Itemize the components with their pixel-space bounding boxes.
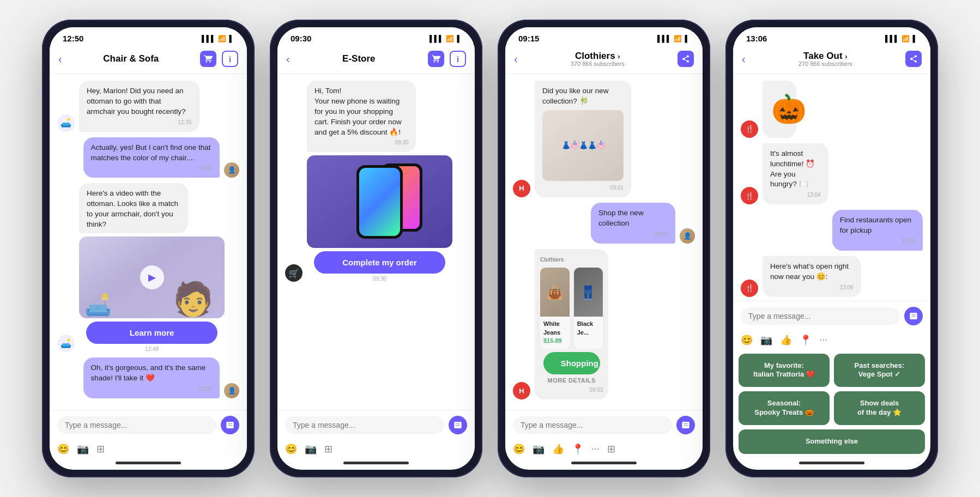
- signal-icon-4: ▌▌▌: [885, 35, 899, 43]
- back-button-2[interactable]: ‹: [286, 53, 290, 65]
- quick-reply-something-else[interactable]: Something else: [739, 429, 925, 454]
- phone-2-wrapper: 09:30 ▌▌▌ 📶 ▌ ‹ E-Store: [270, 20, 482, 477]
- home-bar-1: [116, 462, 181, 464]
- product-card-2: 👖 Black Je...: [574, 268, 603, 348]
- msg-row-1-2: 👤 Actually, yes! But I can't find one th…: [57, 137, 239, 178]
- share-icon-3[interactable]: [677, 51, 694, 67]
- more-icon-4[interactable]: ···: [819, 334, 827, 346]
- cart-icon-2[interactable]: [428, 51, 444, 67]
- info-icon-1[interactable]: i: [222, 51, 238, 67]
- camera-icon-2[interactable]: 📷: [305, 443, 317, 455]
- header-title-2: E-Store: [342, 53, 375, 64]
- wifi-icon-1: 📶: [218, 35, 226, 43]
- camera-icon-4[interactable]: 📷: [760, 334, 772, 346]
- msg-bubble-4-4: Here's what's open right now near you 😊:…: [763, 256, 861, 297]
- quick-reply-italian[interactable]: My favorite:Italian Trattoria ❤️: [739, 354, 830, 387]
- pumpkin-emoji: 🎃: [771, 89, 788, 129]
- camera-icon-3[interactable]: 📷: [533, 443, 545, 455]
- location-icon-4[interactable]: 📍: [800, 334, 812, 346]
- chat-header-1: ‹ Chair & Sofa i: [50, 46, 247, 74]
- msg-row-4-4: 🍴 Here's what's open right now near you …: [741, 256, 916, 297]
- emoji-icon-1[interactable]: 😊: [57, 443, 69, 455]
- message-input-3[interactable]: [513, 416, 672, 434]
- user-avatar-1: 👤: [224, 162, 239, 178]
- status-icons-4: ▌▌▌ 📶 ▌: [885, 35, 917, 43]
- video-placeholder-1: 🛋️ 🧑 ▶: [79, 237, 225, 318]
- msg-row-4-1: 🍴 🎃: [741, 81, 815, 138]
- quick-reply-vege[interactable]: Past searches:Vege Spot ✓: [834, 354, 925, 387]
- grid-icon-3[interactable]: ⊞: [607, 443, 615, 455]
- emoji-icon-4[interactable]: 😊: [741, 334, 753, 346]
- header-title-4: Take Out ›: [803, 51, 848, 62]
- camera-icon-1[interactable]: 📷: [77, 443, 89, 455]
- status-bar-4: 13:06 ▌▌▌ 📶 ▌: [733, 27, 930, 46]
- keyboard-icon-3[interactable]: [676, 416, 695, 434]
- header-center-2: E-Store: [294, 53, 424, 64]
- like-icon-4[interactable]: 👍: [780, 334, 792, 346]
- chat-header-3: ‹ Clothiers › 370 866 subscribers: [505, 46, 703, 74]
- shopping-button[interactable]: Shopping: [543, 352, 600, 374]
- more-details[interactable]: MORE DETAILS: [540, 377, 603, 385]
- chat-area-1[interactable]: 🛋️ Hey, Marion! Did you need an ottoman …: [50, 74, 247, 410]
- bot-avatar-4-2: 🍴: [741, 187, 758, 204]
- bot-avatar-2-1: 🛒: [285, 264, 303, 282]
- play-button-1[interactable]: ▶: [140, 265, 164, 289]
- more-icon-3[interactable]: ···: [591, 443, 600, 455]
- back-button-3[interactable]: ‹: [514, 53, 518, 65]
- back-button-1[interactable]: ‹: [58, 53, 62, 65]
- msg-bubble-3-3: Clothiers 👜 White Jeans $15.89: [535, 249, 608, 399]
- grid-icon-1[interactable]: ⊞: [96, 443, 105, 455]
- video-msg-time: 12:48: [79, 346, 225, 352]
- home-bar-3: [571, 462, 637, 464]
- phone-2: 09:30 ▌▌▌ 📶 ▌ ‹ E-Store: [270, 20, 482, 477]
- product-info-2: Black Je...: [574, 317, 603, 340]
- cart-icon-1[interactable]: [200, 51, 216, 67]
- phone-3-wrapper: 09:15 ▌▌▌ 📶 ▌ ‹ Clothiers › 370 866 subs…: [498, 20, 710, 477]
- signal-icon-1: ▌▌▌: [202, 35, 216, 43]
- share-icon-4[interactable]: [905, 51, 922, 67]
- grid-icon-2[interactable]: ⊞: [324, 443, 332, 455]
- location-icon-3[interactable]: 📍: [572, 443, 584, 455]
- user-avatar-1-2: 👤: [224, 383, 239, 398]
- message-input-1[interactable]: [57, 416, 216, 434]
- message-input-2[interactable]: [285, 416, 444, 434]
- info-icon-2[interactable]: i: [450, 51, 466, 67]
- home-bar-4: [799, 462, 864, 464]
- phones-container: 12:50 ▌▌▌ 📶 ▌ ‹ Chair & Sofa: [42, 20, 938, 477]
- msg-bubble-1-3: Here's a video with the ottoman. Looks l…: [79, 183, 188, 233]
- msg-row-1-1: 🛋️ Hey, Marion! Did you need an ottoman …: [57, 81, 239, 132]
- header-subtitle-3: 370 866 subscribers: [571, 60, 625, 67]
- input-bar-3: [505, 410, 703, 440]
- header-icons-4: [905, 51, 922, 67]
- learn-more-button[interactable]: Learn more: [86, 322, 217, 344]
- quick-reply-seasonal[interactable]: Seasonal:Spooky Treats 🎃: [739, 391, 830, 425]
- keyboard-icon-4[interactable]: [904, 307, 923, 325]
- chat-area-4[interactable]: 🍴 🎃 🍴 It's almost lunchtime! ⏰Are yo: [733, 74, 930, 301]
- phone-1-screen: 12:50 ▌▌▌ 📶 ▌ ‹ Chair & Sofa: [50, 27, 247, 470]
- input-icons-bar-1: 😊 📷 ⊞: [50, 440, 247, 458]
- back-button-4[interactable]: ‹: [742, 53, 746, 65]
- product-card-1: 👜 White Jeans $15.89: [540, 268, 570, 348]
- msg-bubble-4-2: It's almost lunchtime! ⏰Are you hungry? …: [763, 143, 828, 205]
- header-icons-3: [677, 51, 694, 67]
- bot-avatar-3-1: H: [513, 180, 530, 197]
- product-info-1: White Jeans $15.89: [540, 317, 570, 348]
- phone-3-screen: 09:15 ▌▌▌ 📶 ▌ ‹ Clothiers › 370 866 subs…: [505, 27, 703, 470]
- phone-2-screen: 09:30 ▌▌▌ 📶 ▌ ‹ E-Store: [277, 27, 475, 470]
- msg-bubble-3-1: Did you like our new collection? 🎋 👗👘👗👗👘…: [535, 81, 631, 197]
- emoji-icon-2[interactable]: 😊: [285, 443, 297, 455]
- quick-reply-deals[interactable]: Show dealsof the day ⭐: [834, 391, 925, 425]
- chat-area-3[interactable]: H Did you like our new collection? 🎋 👗👘👗…: [505, 74, 703, 410]
- keyboard-icon-1[interactable]: [221, 416, 239, 434]
- user-avatar-3: 👤: [680, 228, 695, 244]
- person-in-video: 🧑: [173, 280, 214, 318]
- status-time-2: 09:30: [291, 34, 311, 43]
- keyboard-icon-2[interactable]: [449, 416, 467, 434]
- emoji-icon-3[interactable]: 😊: [513, 443, 525, 455]
- like-icon-3[interactable]: 👍: [552, 443, 564, 455]
- chat-area-2[interactable]: 🛒 Hi, Tom!Your new phone is waiting for …: [277, 74, 475, 410]
- msg-row-3-3: H Clothiers 👜: [513, 249, 633, 399]
- phone-4-screen: 13:06 ▌▌▌ 📶 ▌ ‹ Take Out › 270 866 subsc…: [733, 27, 930, 470]
- message-input-4[interactable]: [741, 307, 900, 325]
- complete-order-button[interactable]: Complete my order: [314, 251, 445, 274]
